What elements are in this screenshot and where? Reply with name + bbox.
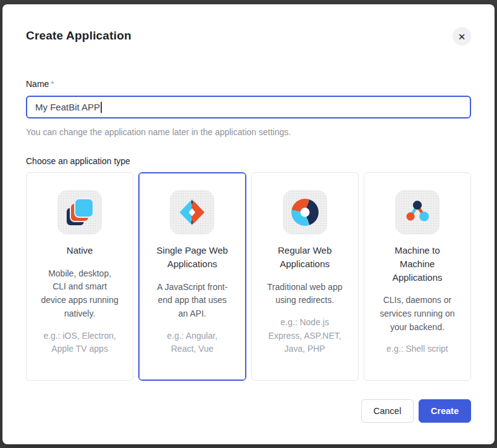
name-input-value: My FeatBit APP bbox=[35, 102, 100, 112]
text-caret bbox=[101, 102, 102, 113]
card-examples: e.g.: Shell script bbox=[378, 342, 456, 356]
card-description: Traditional web app using redirects. bbox=[266, 281, 344, 307]
name-label-text: Name bbox=[26, 79, 49, 89]
m2m-icon-tile bbox=[395, 190, 440, 234]
close-button[interactable]: ✕ bbox=[453, 27, 471, 46]
card-title: Machine to Machine Applications bbox=[380, 244, 455, 284]
stacked-square-cyan bbox=[75, 199, 93, 217]
card-single-page-web[interactable]: Single Page Web Applications A JavaScrip… bbox=[138, 172, 246, 381]
name-input[interactable]: My FeatBit APP bbox=[26, 96, 471, 118]
card-machine-to-machine[interactable]: Machine to Machine Applications CLIs, da… bbox=[364, 172, 471, 381]
segmented-donut-icon bbox=[291, 199, 319, 226]
card-description: A JavaScript front-end app that uses an … bbox=[153, 281, 231, 321]
donut-hole bbox=[300, 208, 309, 217]
card-regular-web[interactable]: Regular Web Applications Traditional web… bbox=[251, 172, 359, 381]
card-native[interactable]: Native Mobile, desktop, CLI and smart de… bbox=[26, 172, 133, 381]
regular-web-icon-tile bbox=[283, 190, 327, 234]
native-icon-tile bbox=[57, 190, 102, 234]
card-title: Native bbox=[42, 244, 117, 257]
card-description: Mobile, desktop, CLI and smart device ap… bbox=[41, 267, 119, 321]
name-field-label: Name* bbox=[26, 79, 471, 89]
overlapping-diamonds-icon bbox=[178, 199, 206, 226]
cancel-button[interactable]: Cancel bbox=[361, 399, 414, 423]
create-application-modal: Create Application ✕ Name* My FeatBit AP… bbox=[2, 4, 495, 444]
spa-icon-tile bbox=[170, 190, 214, 234]
card-examples: e.g.: Angular, React, Vue bbox=[153, 330, 231, 356]
card-title: Regular Web Applications bbox=[267, 244, 343, 271]
card-examples: e.g.: iOS, Electron, Apple TV apps bbox=[41, 330, 119, 356]
card-title: Single Page Web Applications bbox=[154, 244, 230, 271]
card-description: CLIs, daemons or services running on you… bbox=[378, 294, 456, 334]
modal-title: Create Application bbox=[26, 29, 132, 43]
modal-header: Create Application ✕ bbox=[26, 4, 471, 46]
modal-footer: Cancel Create bbox=[26, 399, 471, 423]
application-type-label: Choose an application type bbox=[26, 156, 471, 166]
application-type-cards: Native Mobile, desktop, CLI and smart de… bbox=[26, 172, 471, 381]
close-icon: ✕ bbox=[458, 32, 466, 41]
network-nodes-icon bbox=[403, 198, 432, 226]
create-button[interactable]: Create bbox=[419, 399, 471, 423]
card-examples: e.g.: Node.js Express, ASP.NET, Java, PH… bbox=[266, 316, 344, 356]
required-asterisk: * bbox=[51, 79, 54, 89]
name-helper-text: You can change the application name late… bbox=[26, 127, 471, 137]
stacked-squares-icon bbox=[65, 198, 94, 226]
